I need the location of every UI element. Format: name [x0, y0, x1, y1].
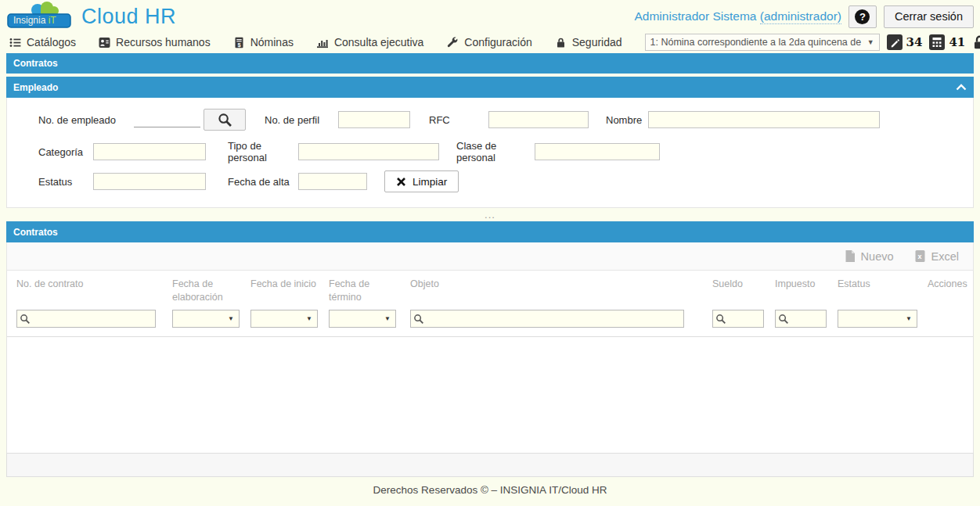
- nav-label: Seguridad: [572, 36, 622, 48]
- user-link[interactable]: Administrador Sistema (administrador): [635, 9, 841, 23]
- employee-panel-title: Empleado: [13, 82, 58, 93]
- contracts-panel: Contratos Nuevo x Excel No. de contrato …: [0, 221, 980, 477]
- search-icon: [20, 314, 31, 325]
- personnel-class-input[interactable]: [535, 143, 660, 160]
- nav-item-configuracion[interactable]: Configuración: [446, 36, 531, 48]
- salary-filter[interactable]: [712, 310, 764, 328]
- copyright-footer: Derechos Reservados © – INSIGNIA IT/Clou…: [0, 477, 980, 496]
- col-header-elaboration-date[interactable]: Fecha de elaboración: [172, 278, 250, 310]
- nav-item-catalogos[interactable]: Catálogos: [9, 36, 76, 48]
- nav-label: Nóminas: [250, 36, 294, 48]
- category-label: Categoría: [38, 146, 93, 158]
- excel-button[interactable]: x Excel: [914, 249, 959, 263]
- grid-footer: [6, 453, 974, 477]
- rfc-label: RFC: [429, 114, 460, 126]
- svg-text:x: x: [917, 253, 921, 260]
- calculator-counter[interactable]: 41: [929, 34, 965, 50]
- end-date-filter-select[interactable]: ▼: [329, 310, 396, 328]
- calculator-count: 41: [949, 35, 965, 49]
- chevron-up-icon[interactable]: [956, 84, 967, 91]
- search-icon: [715, 314, 726, 325]
- insignia-logo: Insignia iT: [6, 2, 75, 33]
- employee-panel-header[interactable]: Empleado: [6, 77, 974, 98]
- object-filter-input[interactable]: [424, 313, 681, 325]
- contract-no-filter-input[interactable]: [31, 313, 153, 325]
- chevron-down-icon: ▼: [306, 315, 312, 322]
- name-label: Nombre: [606, 114, 642, 126]
- col-header-actions: Acciones: [928, 278, 967, 310]
- search-icon: [413, 314, 424, 325]
- start-date-filter-select[interactable]: ▼: [250, 310, 318, 328]
- employee-panel: Empleado No. de empleado No. de perfil R…: [0, 77, 980, 208]
- col-header-start-date[interactable]: Fecha de inicio: [250, 278, 329, 310]
- chevron-down-icon: ▼: [906, 315, 912, 322]
- object-filter[interactable]: [410, 310, 684, 328]
- tax-filter[interactable]: [775, 310, 827, 328]
- contract-no-filter[interactable]: [16, 310, 156, 328]
- header-right: Administrador Sistema (administrador) ? …: [635, 5, 975, 28]
- col-header-status[interactable]: Estatus: [838, 278, 928, 310]
- employee-no-input[interactable]: [134, 112, 200, 127]
- excel-file-icon: x: [914, 249, 926, 263]
- nav-item-seguridad[interactable]: Seguridad: [555, 36, 622, 48]
- contracts-toolbar: Nuevo x Excel: [6, 242, 974, 271]
- col-header-contract-no[interactable]: No. de contrato: [16, 278, 172, 310]
- search-icon: [778, 314, 789, 325]
- profile-no-label: No. de perfil: [265, 114, 326, 126]
- form-row-2: Categoría Tipo de personal Clase de pers…: [38, 140, 973, 163]
- contracts-panel-title: Contratos: [13, 227, 58, 238]
- page-title: Contratos: [6, 53, 974, 74]
- cloud-logo-icon: Insignia iT: [6, 2, 75, 30]
- new-button[interactable]: Nuevo: [845, 249, 894, 263]
- col-header-salary[interactable]: Sueldo: [712, 278, 775, 310]
- form-row-3: Estatus Fecha de alta Limpiar: [38, 170, 973, 192]
- logout-button[interactable]: Cerrar sesión: [884, 5, 974, 28]
- top-header: Insignia iT Cloud HR Administrador Siste…: [0, 0, 980, 31]
- status-filter-select[interactable]: ▼: [838, 310, 917, 328]
- col-header-object[interactable]: Objeto: [410, 278, 712, 310]
- employee-no-label: No. de empleado: [38, 114, 134, 126]
- hire-date-label: Fecha de alta: [228, 176, 295, 188]
- payroll-period-select[interactable]: 1: Nómina correspondiente a la 2da quinc…: [645, 34, 880, 51]
- unlock-counter[interactable]: 41: [972, 34, 980, 50]
- employee-search-button[interactable]: [204, 109, 246, 131]
- payroll-period-value: 1: Nómina correspondiente a la 2da quinc…: [650, 37, 864, 48]
- app-title: Cloud HR: [81, 5, 176, 29]
- grid-header-row: No. de contrato Fecha de elaboración Fec…: [7, 271, 973, 310]
- x-icon: [396, 177, 406, 187]
- category-input[interactable]: [93, 143, 206, 160]
- personnel-class-label: Clase de personal: [456, 140, 531, 163]
- edit-count: 34: [906, 35, 923, 49]
- pencil-icon: [887, 34, 903, 50]
- nav-label: Catálogos: [27, 36, 76, 48]
- salary-filter-input[interactable]: [726, 313, 761, 325]
- bar-chart-icon: [316, 37, 329, 48]
- wrench-icon: [446, 36, 459, 48]
- edit-counter[interactable]: 34: [887, 34, 923, 50]
- new-file-icon: [845, 249, 856, 263]
- main-nav: Catálogos Recursos humanos $ Nóminas Con…: [0, 31, 980, 53]
- form-row-1: No. de empleado No. de perfil RFC Nombre: [38, 109, 973, 131]
- personnel-type-input[interactable]: [298, 143, 439, 160]
- new-button-label: Nuevo: [861, 250, 894, 263]
- user-name: Administrador Sistema: [635, 9, 757, 23]
- profile-no-input[interactable]: [338, 111, 410, 128]
- col-header-end-date[interactable]: Fecha de término: [329, 278, 410, 310]
- tax-filter-input[interactable]: [789, 313, 823, 325]
- help-button[interactable]: ?: [848, 5, 877, 28]
- hire-date-input[interactable]: [298, 173, 367, 190]
- nav-item-nominas[interactable]: $ Nóminas: [233, 36, 294, 48]
- chevron-down-icon: ▼: [384, 315, 391, 322]
- clear-button[interactable]: Limpiar: [384, 170, 459, 192]
- elaboration-date-filter-select[interactable]: ▼: [172, 310, 240, 328]
- clear-button-label: Limpiar: [413, 176, 447, 188]
- name-input[interactable]: [648, 111, 880, 128]
- panel-splitter[interactable]: ...: [0, 208, 980, 221]
- nav-item-consulta-ejecutiva[interactable]: Consulta ejecutiva: [316, 36, 423, 48]
- status-input[interactable]: [93, 173, 206, 190]
- contracts-panel-header: Contratos: [6, 221, 974, 242]
- nav-item-recursos-humanos[interactable]: Recursos humanos: [99, 36, 211, 48]
- rfc-input[interactable]: [488, 111, 589, 128]
- col-header-tax[interactable]: Impuesto: [775, 278, 838, 310]
- user-account: (administrador): [760, 9, 841, 24]
